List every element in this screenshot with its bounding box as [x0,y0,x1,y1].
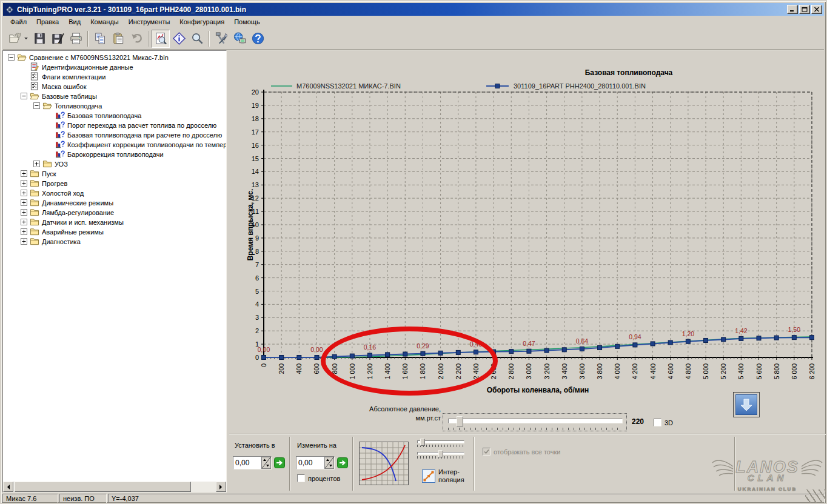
data-point[interactable] [668,340,672,345]
3d-checkbox[interactable] [654,419,661,426]
data-point[interactable] [633,343,637,347]
menu-item-instruments[interactable]: Инструменты [124,16,175,27]
tree-toggle-plus[interactable] [21,209,27,216]
change-by-input[interactable]: 0,00 [296,456,335,469]
slider-thumb[interactable] [438,450,443,457]
set-value-text[interactable]: 0,00 [233,459,261,467]
data-point[interactable] [774,336,778,340]
tree-toggle-plus[interactable] [21,199,27,206]
save-as-button[interactable] [49,30,67,48]
spinner-icon[interactable] [261,457,271,469]
tree-item[interactable]: Базовая топливоподача [3,110,226,120]
save-button[interactable] [30,30,49,48]
tree-item[interactable]: Барокоррекция топливоподачи [3,149,226,159]
tree-item[interactable]: Холостой ход [3,188,226,197]
menu-item-file[interactable]: Файл [5,16,32,27]
tree-item[interactable]: Флаги комплектации [3,71,226,81]
tree-toggle-plus[interactable] [21,238,27,245]
tree-item[interactable]: Порог перехода на расчет топлива по дрос… [3,120,226,130]
info-button[interactable] [170,30,188,48]
slider-thumb[interactable] [420,439,425,446]
smoothing-slider-1[interactable] [417,440,464,447]
spinner-icon[interactable] [324,457,334,469]
data-point[interactable] [297,356,301,360]
data-point[interactable] [580,346,584,351]
tree-toggle-minus[interactable] [33,102,40,109]
slider-track[interactable] [417,440,464,443]
data-point[interactable] [704,338,708,342]
tree-item[interactable]: Диагностика [3,236,226,246]
data-point[interactable] [615,344,620,348]
interpolation-button[interactable]: Интер- поляция [422,468,464,484]
tree-item[interactable]: Аварийные режимы [3,227,226,236]
open-button[interactable] [5,30,24,48]
open-dropdown-caret[interactable] [24,38,28,41]
print-button[interactable] [67,30,85,48]
set-value-input[interactable]: 0,00 [233,456,272,469]
data-point[interactable] [722,337,726,342]
tools-button[interactable] [212,30,230,48]
percent-checkbox[interactable] [297,474,305,482]
menu-item-view[interactable]: Вид [64,16,85,27]
data-point[interactable] [651,342,655,346]
tree-item[interactable]: Базовая топливоподача при расчете по дро… [3,130,226,139]
data-point[interactable] [280,356,284,360]
data-point[interactable] [792,336,796,340]
data-point[interactable] [598,346,602,350]
menu-item-edit[interactable]: Правка [32,16,64,27]
data-point[interactable] [509,350,514,354]
tree-item[interactable]: Маска ошибок [3,81,226,91]
data-point[interactable] [262,356,266,360]
scroll-right-button[interactable] [216,482,226,492]
tree-item[interactable]: Топливоподача [3,101,226,110]
tree-toggle-minus[interactable] [8,54,15,61]
tree-item[interactable]: Базовые таблицы [3,91,226,101]
tree-toggle-plus[interactable] [21,190,27,196]
menu-item-configuration[interactable]: Конфигурация [175,16,229,27]
menu-item-help[interactable]: Помощь [229,16,265,27]
data-point[interactable] [686,339,690,343]
tree-item[interactable]: Прогрев [3,178,226,188]
close-button[interactable] [811,5,822,14]
search-button[interactable] [188,30,206,48]
show-all-points-checkbox[interactable] [483,448,491,456]
paste-button[interactable] [109,30,127,48]
tree-toggle-plus[interactable] [33,161,40,167]
tree-item[interactable]: Сравнение с M76009NSS132021 Микас-7.bin [3,52,226,62]
tree-toggle-plus[interactable] [21,228,27,235]
menu-item-commands[interactable]: Команды [85,16,124,27]
tree-item[interactable]: Динамические режимы [3,197,226,207]
table-view-button[interactable] [733,392,760,417]
tree-item[interactable]: Лямбда-регулирование [3,207,226,217]
data-point[interactable] [739,336,743,340]
maximize-button[interactable] [799,5,810,14]
scroll-left-button[interactable] [3,482,13,492]
scrollbar-thumb[interactable] [15,482,191,492]
tree-item[interactable]: Идентификационные данные [3,62,226,71]
help-button[interactable] [249,30,267,48]
data-point[interactable] [562,348,566,352]
data-point[interactable] [757,336,761,340]
tree-toggle-plus[interactable] [21,180,27,187]
title-bar[interactable]: ChipTuningPRO ver.3.21 - 301109_16part Р… [3,3,824,16]
pressure-slider-track[interactable] [448,419,623,423]
tree-horizontal-scrollbar[interactable] [3,482,226,492]
tree-toggle-plus[interactable] [21,170,27,177]
tree-item[interactable]: Пуск [3,168,226,178]
undo-button[interactable] [127,30,146,48]
change-by-text[interactable]: 0,00 [296,459,324,467]
data-point[interactable] [544,348,549,353]
smoothing-slider-2[interactable] [417,452,464,459]
tree-item[interactable]: Коэффициент коррекции топливоподачи по т… [3,139,226,149]
pressure-slider[interactable] [443,413,627,431]
slider-track[interactable] [417,452,464,455]
data-point[interactable] [810,336,814,340]
copy-button[interactable] [91,30,109,48]
tree-item[interactable]: Датчики и исп. механизмы [3,217,226,227]
tree-toggle-minus[interactable] [21,93,27,99]
data-point[interactable] [315,356,319,360]
network-button[interactable] [230,30,249,48]
tree-toggle-plus[interactable] [21,219,27,225]
apply-change-button[interactable] [337,457,348,468]
minimize-button[interactable] [787,5,798,14]
